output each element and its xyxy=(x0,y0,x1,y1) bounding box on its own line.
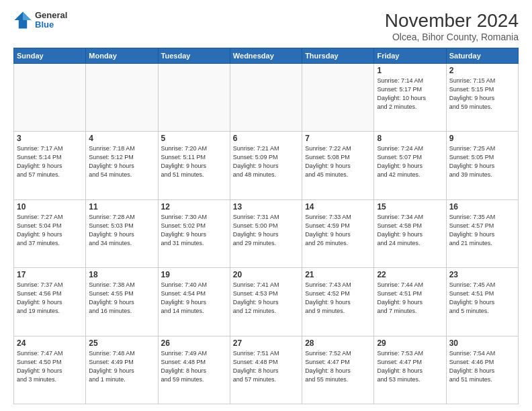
table-row: 11Sunrise: 7:28 AM Sunset: 5:03 PM Dayli… xyxy=(86,199,158,267)
day-number: 26 xyxy=(161,338,227,348)
subtitle: Olcea, Bihor County, Romania xyxy=(385,32,519,42)
day-info: Sunrise: 7:48 AM Sunset: 4:49 PM Dayligh… xyxy=(89,349,154,384)
logo-blue-text: Blue xyxy=(35,20,67,30)
day-info: Sunrise: 7:30 AM Sunset: 5:02 PM Dayligh… xyxy=(161,213,227,248)
day-number: 16 xyxy=(449,202,515,212)
day-info: Sunrise: 7:37 AM Sunset: 4:56 PM Dayligh… xyxy=(17,281,83,316)
day-info: Sunrise: 7:41 AM Sunset: 4:53 PM Dayligh… xyxy=(233,281,299,316)
col-saturday: Saturday xyxy=(446,48,518,63)
logo-text: General Blue xyxy=(35,11,67,30)
day-info: Sunrise: 7:33 AM Sunset: 4:59 PM Dayligh… xyxy=(305,213,371,248)
table-row: 8Sunrise: 7:24 AM Sunset: 5:07 PM Daylig… xyxy=(374,132,446,199)
table-row: 23Sunrise: 7:45 AM Sunset: 4:51 PM Dayli… xyxy=(446,268,518,336)
logo-icon xyxy=(13,11,32,30)
day-number: 30 xyxy=(449,338,515,348)
table-row: 13Sunrise: 7:31 AM Sunset: 5:00 PM Dayli… xyxy=(230,199,302,267)
table-row: 27Sunrise: 7:51 AM Sunset: 4:48 PM Dayli… xyxy=(230,336,302,404)
day-info: Sunrise: 7:38 AM Sunset: 4:55 PM Dayligh… xyxy=(89,281,154,316)
calendar-week-row: 10Sunrise: 7:27 AM Sunset: 5:04 PM Dayli… xyxy=(14,199,519,267)
col-monday: Monday xyxy=(86,48,158,63)
main-title: November 2024 xyxy=(385,11,519,32)
col-friday: Friday xyxy=(374,48,446,63)
table-row: 6Sunrise: 7:21 AM Sunset: 5:09 PM Daylig… xyxy=(230,132,302,199)
header: General Blue November 2024 Olcea, Bihor … xyxy=(13,11,519,42)
table-row: 30Sunrise: 7:54 AM Sunset: 4:46 PM Dayli… xyxy=(446,336,518,404)
day-number: 14 xyxy=(305,202,371,212)
day-number: 19 xyxy=(161,270,227,279)
col-sunday: Sunday xyxy=(14,48,86,63)
table-row: 16Sunrise: 7:35 AM Sunset: 4:57 PM Dayli… xyxy=(446,199,518,267)
day-info: Sunrise: 7:20 AM Sunset: 5:11 PM Dayligh… xyxy=(161,144,227,179)
table-row: 4Sunrise: 7:18 AM Sunset: 5:12 PM Daylig… xyxy=(86,132,158,199)
table-row: 7Sunrise: 7:22 AM Sunset: 5:08 PM Daylig… xyxy=(302,132,374,199)
logo: General Blue xyxy=(13,11,67,30)
table-row: 25Sunrise: 7:48 AM Sunset: 4:49 PM Dayli… xyxy=(86,336,158,404)
table-row: 21Sunrise: 7:43 AM Sunset: 4:52 PM Dayli… xyxy=(302,268,374,336)
day-info: Sunrise: 7:34 AM Sunset: 4:58 PM Dayligh… xyxy=(377,213,443,248)
day-info: Sunrise: 7:49 AM Sunset: 4:48 PM Dayligh… xyxy=(161,349,227,384)
table-row: 20Sunrise: 7:41 AM Sunset: 4:53 PM Dayli… xyxy=(230,268,302,336)
calendar-week-row: 1Sunrise: 7:14 AM Sunset: 5:17 PM Daylig… xyxy=(14,63,519,131)
day-number: 2 xyxy=(449,66,515,75)
table-row: 12Sunrise: 7:30 AM Sunset: 5:02 PM Dayli… xyxy=(158,199,230,267)
calendar-week-row: 24Sunrise: 7:47 AM Sunset: 4:50 PM Dayli… xyxy=(14,336,519,404)
day-number: 28 xyxy=(305,338,371,348)
day-number: 5 xyxy=(161,134,227,143)
day-number: 17 xyxy=(17,270,83,279)
table-row: 14Sunrise: 7:33 AM Sunset: 4:59 PM Dayli… xyxy=(302,199,374,267)
day-number: 22 xyxy=(377,270,443,279)
col-thursday: Thursday xyxy=(302,48,374,63)
table-row: 2Sunrise: 7:15 AM Sunset: 5:15 PM Daylig… xyxy=(446,63,518,131)
day-info: Sunrise: 7:14 AM Sunset: 5:17 PM Dayligh… xyxy=(377,77,443,111)
day-number: 1 xyxy=(377,66,443,75)
table-row: 9Sunrise: 7:25 AM Sunset: 5:05 PM Daylig… xyxy=(446,132,518,199)
table-row: 29Sunrise: 7:53 AM Sunset: 4:47 PM Dayli… xyxy=(374,336,446,404)
day-info: Sunrise: 7:18 AM Sunset: 5:12 PM Dayligh… xyxy=(89,144,154,179)
day-info: Sunrise: 7:25 AM Sunset: 5:05 PM Dayligh… xyxy=(449,144,515,179)
page: General Blue November 2024 Olcea, Bihor … xyxy=(0,0,532,411)
table-row: 5Sunrise: 7:20 AM Sunset: 5:11 PM Daylig… xyxy=(158,132,230,199)
day-number: 25 xyxy=(89,338,154,348)
day-number: 13 xyxy=(233,202,299,212)
day-info: Sunrise: 7:45 AM Sunset: 4:51 PM Dayligh… xyxy=(449,281,515,316)
day-number: 10 xyxy=(17,202,83,212)
day-info: Sunrise: 7:17 AM Sunset: 5:14 PM Dayligh… xyxy=(17,144,83,179)
day-info: Sunrise: 7:53 AM Sunset: 4:47 PM Dayligh… xyxy=(377,349,443,384)
day-number: 11 xyxy=(89,202,154,212)
calendar-table: Sunday Monday Tuesday Wednesday Thursday… xyxy=(13,48,519,404)
title-block: November 2024 Olcea, Bihor County, Roman… xyxy=(385,11,519,42)
table-row: 26Sunrise: 7:49 AM Sunset: 4:48 PM Dayli… xyxy=(158,336,230,404)
day-info: Sunrise: 7:15 AM Sunset: 5:15 PM Dayligh… xyxy=(449,77,515,111)
table-row: 17Sunrise: 7:37 AM Sunset: 4:56 PM Dayli… xyxy=(14,268,86,336)
day-info: Sunrise: 7:51 AM Sunset: 4:48 PM Dayligh… xyxy=(233,349,299,384)
table-row: 15Sunrise: 7:34 AM Sunset: 4:58 PM Dayli… xyxy=(374,199,446,267)
day-info: Sunrise: 7:52 AM Sunset: 4:47 PM Dayligh… xyxy=(305,349,371,384)
table-row: 24Sunrise: 7:47 AM Sunset: 4:50 PM Dayli… xyxy=(14,336,86,404)
logo-general-text: General xyxy=(35,11,67,20)
table-row xyxy=(86,63,158,131)
day-number: 8 xyxy=(377,134,443,143)
day-info: Sunrise: 7:40 AM Sunset: 4:54 PM Dayligh… xyxy=(161,281,227,316)
day-info: Sunrise: 7:47 AM Sunset: 4:50 PM Dayligh… xyxy=(17,349,83,384)
col-tuesday: Tuesday xyxy=(158,48,230,63)
day-number: 29 xyxy=(377,338,443,348)
table-row xyxy=(14,63,86,131)
day-info: Sunrise: 7:31 AM Sunset: 5:00 PM Dayligh… xyxy=(233,213,299,248)
day-number: 12 xyxy=(161,202,227,212)
svg-marker-1 xyxy=(23,12,31,20)
day-info: Sunrise: 7:43 AM Sunset: 4:52 PM Dayligh… xyxy=(305,281,371,316)
day-number: 27 xyxy=(233,338,299,348)
day-number: 7 xyxy=(305,134,371,143)
table-row xyxy=(230,63,302,131)
day-number: 3 xyxy=(17,134,83,143)
day-info: Sunrise: 7:22 AM Sunset: 5:08 PM Dayligh… xyxy=(305,144,371,179)
day-info: Sunrise: 7:54 AM Sunset: 4:46 PM Dayligh… xyxy=(449,349,515,384)
table-row xyxy=(302,63,374,131)
day-number: 18 xyxy=(89,270,154,279)
table-row: 3Sunrise: 7:17 AM Sunset: 5:14 PM Daylig… xyxy=(14,132,86,199)
table-row: 1Sunrise: 7:14 AM Sunset: 5:17 PM Daylig… xyxy=(374,63,446,131)
day-info: Sunrise: 7:27 AM Sunset: 5:04 PM Dayligh… xyxy=(17,213,83,248)
table-row xyxy=(158,63,230,131)
day-info: Sunrise: 7:35 AM Sunset: 4:57 PM Dayligh… xyxy=(449,213,515,248)
table-row: 18Sunrise: 7:38 AM Sunset: 4:55 PM Dayli… xyxy=(86,268,158,336)
